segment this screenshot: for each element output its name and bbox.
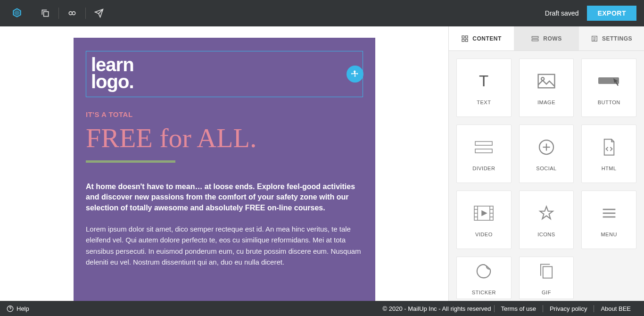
- tile-label: MENU: [601, 232, 617, 237]
- tile-social[interactable]: SOCIAL: [519, 125, 574, 183]
- tile-label: DIVIDER: [472, 166, 495, 171]
- sticker-icon: [476, 260, 492, 282]
- html-icon: [602, 136, 617, 158]
- email-template: learn logo. IT'S A TOTAL FREE for ALL. A…: [74, 38, 375, 301]
- help-label: Help: [17, 305, 29, 312]
- app-logo-icon[interactable]: [8, 4, 26, 23]
- svg-rect-8: [532, 39, 538, 41]
- headline[interactable]: FREE for ALL.: [86, 122, 363, 154]
- tile-label: BUTTON: [598, 100, 620, 105]
- tile-label: IMAGE: [537, 100, 555, 105]
- terms-link[interactable]: Terms of use: [494, 305, 543, 312]
- tile-label: HTML: [602, 166, 617, 171]
- tile-divider[interactable]: DIVIDER: [456, 125, 512, 183]
- video-icon: [474, 202, 494, 224]
- body-text[interactable]: Lorem ipsum dolor sit amet, dico semper …: [86, 224, 363, 267]
- body-bold-text[interactable]: At home doesn't have to mean… at loose e…: [86, 182, 363, 213]
- tile-label: GIF: [542, 290, 551, 295]
- divider-icon: [474, 136, 493, 158]
- tab-settings[interactable]: SETTINGS: [579, 26, 644, 50]
- sidebar-tabs: CONTENT ROWS SETTINGS: [449, 26, 644, 51]
- tile-icons[interactable]: ICONS: [519, 191, 574, 249]
- tile-image[interactable]: IMAGE: [519, 58, 574, 117]
- content-tiles: T TEXT IMAGE BUTTON DIVIDER SOCIAL: [449, 51, 644, 301]
- preview-icon[interactable]: [63, 4, 82, 23]
- footer: Help © 2020 - MailUp Inc - All rights re…: [0, 301, 644, 316]
- tile-label: ICONS: [537, 232, 555, 237]
- tile-video[interactable]: VIDEO: [456, 191, 512, 249]
- subheading[interactable]: IT'S A TOTAL: [86, 110, 363, 118]
- tile-sticker[interactable]: STICKER: [456, 257, 512, 299]
- svg-point-1: [69, 12, 72, 15]
- copyright: © 2020 - MailUp Inc - All rights reserve…: [383, 305, 491, 312]
- tile-text[interactable]: T TEXT: [456, 58, 512, 117]
- tile-label: STICKER: [472, 290, 496, 295]
- tab-content[interactable]: CONTENT: [449, 26, 514, 50]
- copy-icon[interactable]: [36, 4, 55, 23]
- svg-rect-0: [44, 12, 49, 17]
- tab-label: ROWS: [543, 35, 561, 42]
- svg-rect-14: [538, 75, 555, 88]
- tile-label: VIDEO: [475, 232, 493, 237]
- separator: [58, 8, 59, 19]
- tile-label: TEXT: [477, 100, 491, 105]
- draft-status: Draft saved: [545, 9, 579, 17]
- send-icon[interactable]: [90, 4, 108, 23]
- tile-label: SOCIAL: [536, 166, 556, 171]
- tile-gif[interactable]: GIF: [519, 257, 574, 299]
- privacy-link[interactable]: Privacy policy: [543, 305, 594, 312]
- logo-line1: learn: [91, 56, 358, 73]
- footer-right: © 2020 - MailUp Inc - All rights reserve…: [383, 305, 637, 312]
- star-icon: [538, 202, 554, 224]
- help-link[interactable]: Help: [7, 305, 29, 312]
- image-icon: [537, 70, 555, 92]
- separator: [85, 8, 86, 19]
- tile-html[interactable]: HTML: [581, 125, 636, 183]
- svg-rect-5: [462, 39, 464, 42]
- button-icon: [597, 70, 621, 92]
- menu-icon: [602, 202, 617, 224]
- tab-rows[interactable]: ROWS: [514, 26, 579, 50]
- about-link[interactable]: About BEE: [594, 305, 637, 312]
- toolbar-right: Draft saved EXPORT: [545, 6, 636, 21]
- tile-menu[interactable]: MENU: [581, 191, 636, 249]
- main-area: learn logo. IT'S A TOTAL FREE for ALL. A…: [0, 26, 644, 301]
- svg-rect-7: [532, 36, 538, 38]
- svg-rect-18: [475, 149, 492, 153]
- svg-rect-34: [543, 266, 552, 278]
- gif-icon: [539, 260, 553, 282]
- logo-block-selected[interactable]: learn logo.: [86, 51, 363, 97]
- tile-button[interactable]: BUTTON: [581, 58, 636, 117]
- top-toolbar: Draft saved EXPORT: [0, 0, 644, 26]
- svg-rect-3: [462, 36, 464, 38]
- svg-point-2: [72, 12, 75, 15]
- svg-rect-6: [466, 39, 468, 42]
- logo-line2: logo.: [91, 73, 358, 90]
- text-icon: T: [475, 70, 492, 92]
- tab-label: CONTENT: [472, 35, 502, 42]
- tab-label: SETTINGS: [602, 35, 632, 42]
- social-icon: [538, 136, 555, 158]
- toolbar-left: [8, 4, 108, 23]
- sidebar: CONTENT ROWS SETTINGS T TEXT IMAGE: [448, 26, 644, 301]
- svg-rect-17: [475, 141, 492, 145]
- underline-divider[interactable]: [86, 160, 175, 163]
- svg-rect-4: [466, 36, 468, 38]
- export-button[interactable]: EXPORT: [587, 6, 636, 21]
- canvas[interactable]: learn logo. IT'S A TOTAL FREE for ALL. A…: [0, 26, 448, 301]
- svg-text:T: T: [479, 73, 488, 90]
- move-handle-icon[interactable]: [347, 66, 363, 83]
